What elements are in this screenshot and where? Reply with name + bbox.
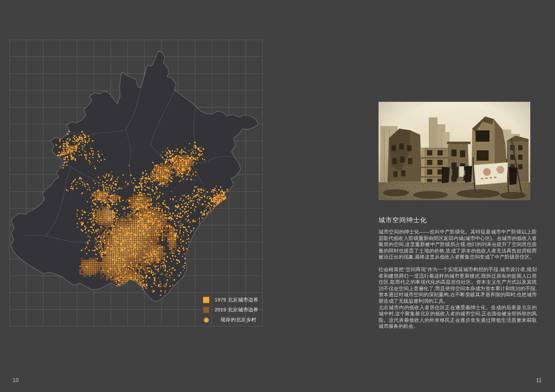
article-title: 城市空间绅士化 — [379, 216, 537, 224]
legend-swatch-2019-square — [203, 307, 209, 313]
legend-item-2019: 2019 北京城市边界 — [203, 305, 256, 315]
article-paragraph-3: 北京城市内的低收入者居住区正在遭受着绅士化。造成的后果是北京的城中村,这个聚集着… — [379, 305, 537, 330]
map-legend: 1979 北京城市边界 2019 北京城市边界 现存的北京乡村 — [203, 295, 256, 325]
portfolio-spread: { "page": { "background_color": "#414141… — [0, 0, 555, 392]
legend-label-2019: 2019 北京城市边界 — [215, 307, 256, 313]
article-column: 城市空间绅士化 城市空间的绅士化——也叫中产阶级化。其特征是城市中产阶级以上阶层… — [379, 102, 537, 330]
article-paragraph-1: 城市空间的绅士化——也叫中产阶级化。其特征是城市中产阶级以上阶层取代低收入阶级重… — [379, 229, 537, 260]
legend-swatch-village-circle — [204, 317, 209, 323]
legend-item-1979: 1979 北京城市边界 — [203, 295, 256, 305]
photo-vignette — [379, 102, 530, 200]
legend-swatch-1979-square — [203, 297, 209, 303]
legend-item-villages: 现存的北京乡村 — [203, 315, 256, 325]
legend-label-villages: 现存的北京乡村 — [215, 317, 256, 323]
legend-label-1979: 1979 北京城市边界 — [215, 297, 256, 303]
demolition-photo — [379, 102, 530, 200]
article-paragraph-2: 社会精英把“空间再现”作为一个实现其城市构想的手段,城市设计者,规划者和建筑师们… — [379, 266, 537, 305]
page-number-left: 10 — [13, 377, 19, 383]
page-number-right: 11 — [536, 377, 542, 383]
